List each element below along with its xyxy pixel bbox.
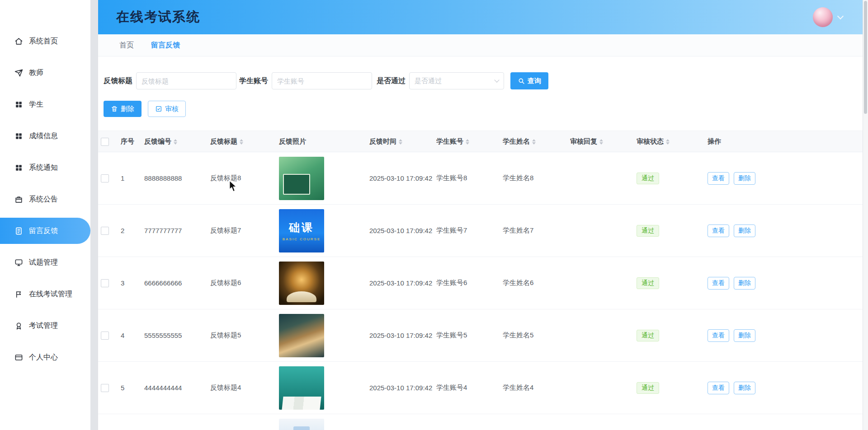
breadcrumb-current[interactable]: 留言反馈 [151,41,180,50]
filter-title-input[interactable] [136,72,236,89]
row-delete-button[interactable]: 删除 [734,382,755,394]
cell-student-name: 学生姓名5 [498,331,566,340]
row-view-button[interactable]: 查看 [708,329,729,342]
status-badge: 通过 [637,173,659,184]
cell-feedback-code-text: 6666666666 [144,279,182,287]
cell-student-account-text: 学生账号6 [436,279,467,286]
row-checkbox[interactable] [101,384,109,392]
row-checkbox[interactable] [101,174,109,182]
status-badge: 通过 [637,277,659,289]
row-view-button[interactable]: 查看 [708,172,729,185]
sidebar-item-label: 系统公告 [29,195,58,204]
chevron-down-icon [494,77,499,82]
sidebar-item-label: 在线考试管理 [29,290,72,299]
sort-icon[interactable] [666,139,670,145]
select-all-checkbox[interactable] [101,138,109,146]
cell-review-status: 通过 [632,382,703,394]
search-icon [518,77,525,84]
grid-icon [14,132,23,140]
cell-feedback-title: 反馈标题6 [206,279,274,287]
sidebar-item-online-exam[interactable]: 在线考试管理 [0,278,90,310]
cell-feedback-time: 2025-03-10 17:09:42 [365,174,432,182]
sidebar-item-feedback[interactable]: 留言反馈 [0,218,90,244]
sidebar-item-grades[interactable]: 成绩信息 [0,120,90,152]
row-checkbox[interactable] [101,279,109,287]
sidebar-item-students[interactable]: 学生 [0,89,90,120]
cell-student-account: 学生账号6 [432,279,498,287]
cell-student-name-text: 学生姓名6 [503,279,533,286]
sort-icon[interactable] [532,139,536,145]
row-checkbox-cell [98,279,116,287]
sidebar-item-questions[interactable]: 试题管理 [0,247,90,278]
column-header: 学生姓名 [498,137,566,146]
row-checkbox[interactable] [101,227,109,235]
cell-student-account-text: 学生账号4 [436,383,467,391]
cell-feedback-photo [274,262,365,305]
trash-icon [111,105,118,112]
scrollbar[interactable] [863,0,868,430]
column-header-label: 反馈照片 [279,137,306,145]
row-checkbox-cell [98,226,116,235]
sort-icon[interactable] [599,139,603,145]
cell-feedback-time: 2025-03-10 17:09:42 [365,384,432,392]
cell-review-status: 通过 [632,277,703,289]
table-row: 45555555555反馈标题52025-03-10 17:09:42学生账号5… [98,309,863,362]
cell-feedback-title: 反馈标题7 [206,226,274,235]
cell-student-account: 学生账号5 [432,331,498,340]
sidebar-item-exam[interactable]: 考试管理 [0,310,90,341]
avatar[interactable] [813,7,833,27]
sidebar-item-profile[interactable]: 个人中心 [0,341,90,373]
cell-feedback-photo [274,414,365,430]
filter-account-input[interactable] [272,72,372,89]
sidebar-item-teachers[interactable]: 教师 [0,57,90,89]
sidebar-item-notices[interactable]: 系统通知 [0,152,90,183]
search-button[interactable]: 查询 [510,72,548,89]
scrollbar-thumb[interactable] [864,1,867,114]
sort-icon[interactable] [466,139,469,145]
sidebar-item-announcements[interactable]: 系统公告 [0,183,90,215]
cell-feedback-title-text: 反馈标题7 [210,226,241,234]
photo-subtext: BASIC COURSE [283,237,321,241]
cell-feedback-title-text: 反馈标题4 [210,383,241,391]
cell-index: 2 [116,227,140,234]
table-row: 18888888888反馈标题82025-03-10 17:09:42学生账号8… [98,152,863,205]
cell-feedback-time-text: 2025-03-10 17:09:42 [369,384,432,392]
chevron-down-icon[interactable] [837,13,844,19]
cell-feedback-code: 6666666666 [140,279,206,287]
sort-icon[interactable] [399,139,402,145]
sidebar-item-home[interactable]: 系统首页 [0,25,90,57]
cell-feedback-code-text: 8888888888 [144,174,182,182]
cell-index: 4 [116,332,140,339]
sort-icon[interactable] [240,139,243,145]
row-view-button[interactable]: 查看 [708,277,729,290]
review-button[interactable]: 审核 [148,101,186,117]
feedback-photo [279,366,324,410]
toolbar: 删除 审核 [98,101,863,117]
search-button-label: 查询 [528,77,541,85]
cell-feedback-code-text: 5555555555 [144,332,182,339]
cell-student-name: 学生姓名8 [498,174,566,182]
row-checkbox[interactable] [101,332,109,340]
review-button-label: 审核 [165,105,179,113]
sidebar: 系统首页教师学生成绩信息系统通知系统公告留言反馈试题管理在线考试管理考试管理个人… [0,0,90,430]
photo-text: 础课 [289,220,314,235]
row-checkbox-cell [98,331,116,340]
row-delete-button[interactable]: 删除 [734,224,755,237]
select-placeholder: 是否通过 [415,77,442,85]
row-delete-button[interactable]: 删除 [734,277,755,290]
delete-button[interactable]: 删除 [104,101,142,117]
user-menu[interactable] [813,7,843,27]
card-icon [14,353,23,362]
sidebar-item-label: 学生 [29,100,43,109]
row-view-button[interactable]: 查看 [708,224,729,237]
row-delete-button[interactable]: 删除 [734,329,755,342]
row-delete-button[interactable]: 删除 [734,172,755,185]
sort-icon[interactable] [174,139,177,145]
row-view-button[interactable]: 查看 [708,382,729,394]
filter-pass-select[interactable]: 是否通过 [409,72,504,89]
award-icon [14,322,23,330]
send-icon [14,69,23,77]
sidebar-item-label: 留言反馈 [29,226,58,236]
breadcrumb-home[interactable]: 首页 [119,41,134,50]
cell-feedback-title: 反馈标题4 [206,383,274,392]
